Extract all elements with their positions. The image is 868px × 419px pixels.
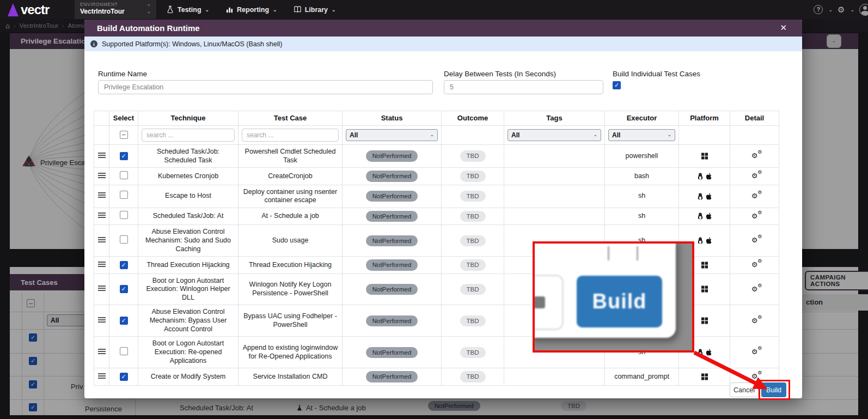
build-individual-label: Build Individual Test Cases <box>613 70 700 78</box>
chevron-down-icon[interactable]: ⌄ <box>828 7 833 13</box>
drag-handle-icon[interactable] <box>98 286 106 287</box>
technique-cell: Thread Execution Hijacking <box>138 257 239 274</box>
nav-menu-library[interactable]: Library ⌄ <box>294 5 336 14</box>
row-select-checkbox[interactable]: ✓ <box>120 317 128 325</box>
build-individual-checkbox[interactable]: ✓ <box>613 81 621 89</box>
test-case-search-input[interactable] <box>242 129 339 142</box>
environment-value: VectrIntroTour <box>80 8 151 15</box>
row-select-checkbox[interactable] <box>120 211 128 219</box>
linux-icon <box>697 173 704 180</box>
select-all-checkbox[interactable]: – <box>120 131 128 139</box>
drag-handle-icon[interactable] <box>98 153 106 154</box>
technique-search-input[interactable] <box>142 129 235 142</box>
test-case-cell: Sudo usage <box>239 225 343 257</box>
nav-menu-testing[interactable]: Testing ⌄ <box>166 5 209 14</box>
detail-cogs-icon[interactable]: ⚙⚙ <box>751 212 758 220</box>
detail-cogs-icon[interactable]: ⚙⚙ <box>751 348 758 356</box>
tags-cell <box>504 208 605 224</box>
drag-handle-icon[interactable] <box>98 237 106 238</box>
gear-icon[interactable]: ⚙ <box>838 5 845 15</box>
outcome-cell: TBD <box>442 145 504 168</box>
detail-cogs-icon[interactable]: ⚙⚙ <box>751 172 758 180</box>
supported-platforms-banner: i Supported Platform(s): Windows, Linux/… <box>84 37 802 51</box>
chevron-down-icon: ⌄ <box>273 7 277 13</box>
executor-cell: bash <box>605 168 679 185</box>
test-case-cell: CreateCronjob <box>239 168 343 185</box>
detail-cell: ⚙⚙ <box>730 225 779 257</box>
column-header-select: Select <box>109 111 138 126</box>
tags-cell <box>504 168 605 185</box>
row-select-checkbox[interactable]: ✓ <box>120 373 128 381</box>
status-cell: NotPerformed <box>343 305 442 337</box>
test-case-cell: Thread Execution Hijacking <box>239 257 343 274</box>
cancel-button[interactable]: Cancel <box>730 382 759 397</box>
outcome-cell: TBD <box>442 274 504 305</box>
technique-cell: Create or Modify System <box>138 368 239 385</box>
status-badge: NotPerformed <box>366 191 418 202</box>
outcome-badge: TBD <box>460 235 486 246</box>
drag-handle-icon[interactable] <box>98 373 106 374</box>
outcome-cell: TBD <box>442 257 504 274</box>
delay-input[interactable] <box>444 80 603 94</box>
help-icon[interactable]: ? <box>814 5 823 14</box>
detail-cogs-icon[interactable]: ⚙⚙ <box>751 285 758 293</box>
user-avatar[interactable] <box>859 4 868 16</box>
environment-selector[interactable]: ENVIRONMENT VectrIntroTour ⌃⌄ <box>75 0 156 19</box>
row-select-checkbox[interactable]: ✓ <box>120 285 128 293</box>
annotation-build-highlight <box>759 380 790 400</box>
row-select-checkbox[interactable]: ✓ <box>120 152 128 160</box>
nav-menus: Testing ⌄ Reporting ⌄ Library ⌄ <box>166 0 336 19</box>
technique-cell: Escape to Host <box>138 185 239 208</box>
executor-filter-select[interactable]: All⌄ <box>608 129 675 141</box>
drag-handle-icon[interactable] <box>98 173 106 174</box>
detail-cell: ⚙⚙ <box>730 337 779 368</box>
build-automation-runtime-modal: Build Automation Runtime ✕ i Supported P… <box>84 20 802 398</box>
zoomed-gridline <box>637 246 638 260</box>
drag-handle-icon[interactable] <box>98 317 106 318</box>
apple-icon <box>706 193 712 200</box>
test-case-row: ✓Scheduled Task/Job: Scheduled TaskPower… <box>94 145 779 168</box>
detail-cogs-icon[interactable]: ⚙⚙ <box>751 260 758 269</box>
app-root: ⌂ › VectrIntroTour › Atomic Privilege Es… <box>0 0 868 419</box>
detail-cogs-icon[interactable]: ⚙⚙ <box>751 192 758 200</box>
zoomed-modal-corner: Build <box>533 241 676 338</box>
table-filter-row: – All⌄ All⌄ All⌄ <box>94 126 779 145</box>
outcome-badge: TBD <box>460 371 486 382</box>
chevron-down-icon[interactable]: ⌄ <box>850 7 854 13</box>
tags-cell <box>504 185 605 208</box>
detail-cogs-icon[interactable]: ⚙⚙ <box>751 151 758 160</box>
outcome-cell: TBD <box>442 168 504 185</box>
drag-handle-icon[interactable] <box>98 262 106 263</box>
nav-menu-reporting[interactable]: Reporting ⌄ <box>225 5 277 14</box>
test-case-cell: Service Installation CMD <box>239 368 343 385</box>
technique-cell: Scheduled Task/Job: Scheduled Task <box>138 145 239 168</box>
drag-handle-icon[interactable] <box>98 192 106 193</box>
detail-cell: ⚙⚙ <box>730 185 779 208</box>
bar-chart-icon <box>225 5 234 14</box>
detail-cell: ⚙⚙ <box>730 257 779 274</box>
zoomed-build-button: Build <box>577 276 662 327</box>
detail-cogs-icon[interactable]: ⚙⚙ <box>751 317 758 325</box>
row-select-checkbox[interactable] <box>120 235 128 244</box>
outcome-badge: TBD <box>460 211 486 222</box>
status-filter-select[interactable]: All⌄ <box>346 129 438 141</box>
detail-cogs-icon[interactable]: ⚙⚙ <box>751 236 758 244</box>
vectr-logo[interactable]: vectr <box>8 2 49 17</box>
row-select-checkbox[interactable]: ✓ <box>120 261 128 269</box>
close-icon[interactable]: ✕ <box>780 23 787 33</box>
runtime-name-input[interactable] <box>98 80 433 94</box>
tags-filter-select[interactable]: All⌄ <box>508 129 601 141</box>
outcome-badge: TBD <box>460 315 486 326</box>
status-cell: NotPerformed <box>343 368 442 385</box>
detail-cell: ⚙⚙ <box>730 305 779 337</box>
linux-icon <box>697 193 704 200</box>
row-select-checkbox[interactable] <box>120 191 128 199</box>
drag-handle-icon[interactable] <box>98 349 106 350</box>
book-icon <box>294 5 302 14</box>
column-header-technique: Technique <box>138 111 239 126</box>
table-header-row: Select Technique Test Case Status Outcom… <box>94 111 779 126</box>
row-select-checkbox[interactable] <box>120 171 128 179</box>
detail-cogs-icon[interactable]: ⚙⚙ <box>751 372 758 380</box>
drag-handle-icon[interactable] <box>98 212 106 214</box>
row-select-checkbox[interactable] <box>120 347 128 355</box>
